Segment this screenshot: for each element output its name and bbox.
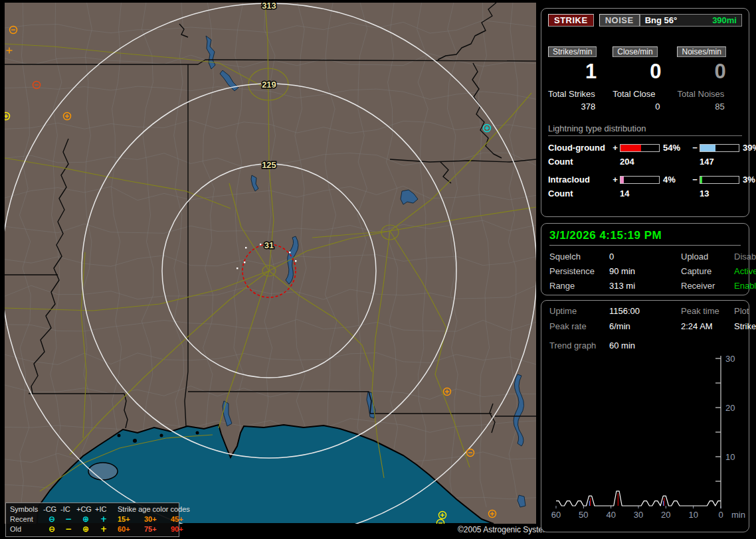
total-close-value: 0 [613,102,677,112]
peakrate-value: 6/min [609,321,681,331]
close-counter: Close/min 0 Total Close 0 [613,46,677,112]
map-legend: Symbols-CG-IC+CG+ICStrike age color code… [5,502,179,537]
legend-symbol-old: − [60,524,76,534]
svg-text:31: 31 [264,240,274,250]
trend-graph-label: Trend graph [549,341,609,350]
svg-text:50: 50 [579,510,588,520]
legend-symbols-title: Symbols [10,504,43,514]
total-strikes-label: Total Strikes [548,89,613,99]
ic-count-label: Count [548,189,620,198]
noises-per-min-value: 0 [677,60,741,84]
range-value: 313 mi [609,281,681,291]
cg-plus-count: 204 [620,157,700,167]
legend-row-name: Recent [10,514,43,524]
persistence-label: Persistence [549,266,609,276]
peaktime-value: 2:24 AM [681,321,734,331]
ic-plus-pct: 4% [660,175,690,185]
svg-text:60: 60 [551,510,561,520]
svg-text:40: 40 [606,510,615,520]
legend-age-code: 60+ [118,524,144,534]
strikes-per-min-value: 1 [548,60,613,84]
receiver-state: Enabled [734,281,756,291]
plus-sign: + [611,143,620,153]
distribution-title: Lightning type distribution [548,123,742,136]
close-per-min-chip[interactable]: Close/min [613,46,657,57]
svg-text:10: 10 [688,510,698,520]
legend-col-header: +CG [76,504,95,514]
total-noises-value: 85 [677,102,741,112]
cg-minus-bar [700,144,739,152]
lightning-distribution: Lightning type distribution Cloud-ground… [548,123,742,198]
legend-symbol-old: + [95,524,112,534]
legend-symbol-recent: ⊖ [43,514,60,524]
legend-age-code: 75+ [144,524,171,534]
app-window: 31321912531 Symbols-CG-IC+CG+ICStrike ag… [0,0,756,539]
cg-plus-pct: 54% [660,143,690,153]
legend-age-title: Strike age color codes [118,504,197,514]
cloud-ground-label: Cloud-ground [548,143,611,153]
capture-label: Capture [681,266,734,276]
status-panel: 3/1/2026 4:15:19 PM Squelch 0 Upload Dis… [541,223,749,295]
cg-plus-bar [620,144,660,152]
total-strikes-value: 378 [548,102,613,112]
strikes-counter: Strikes/min 1 Total Strikes 378 [548,46,613,112]
legend-age-code: 30+ [144,514,171,524]
trend-graph: 1020306050403020100min [549,353,749,520]
uptime-value: 1156:00 [609,306,681,316]
receiver-label: Receiver [681,281,734,291]
intracloud-label: Intracloud [548,175,611,185]
close-per-min-value: 0 [613,60,677,84]
legend-symbol-recent: − [60,514,76,524]
svg-text:125: 125 [262,160,276,170]
upload-state: Disabled [734,252,756,262]
peaktime-label: Peak time [681,306,734,316]
legend-age-code: 90+ [171,524,197,534]
bearing-readout: Bng 56° 390mi [640,14,742,27]
svg-text:313: 313 [262,3,276,11]
legend-age-code: 45+ [171,514,197,524]
total-close-label: Total Close [613,89,677,99]
legend-col-header: -CG [43,504,60,514]
squelch-label: Squelch [549,252,609,262]
ic-plus-count: 14 [620,189,700,198]
svg-text:30: 30 [634,510,643,520]
noises-per-min-chip[interactable]: Noises/min [677,46,725,57]
plot-mode-value: Strike [734,321,756,331]
legend-age-code: 15+ [118,514,144,524]
total-noises-label: Total Noises [677,89,741,99]
strike-mode-button[interactable]: STRIKE [548,14,594,27]
capture-state: Active [734,266,756,276]
squelch-value: 0 [609,252,681,262]
cg-minus-count: 147 [700,157,742,167]
legend-row-name: Old [10,524,43,534]
plus-sign: + [611,175,620,185]
trend-window-value: 60 min [609,341,741,350]
svg-text:219: 219 [262,80,276,90]
strikes-per-min-chip[interactable]: Strikes/min [548,46,597,57]
datetime: 3/1/2026 4:15:19 PM [549,229,741,246]
peakrate-label: Peak rate [549,321,609,331]
svg-text:20: 20 [725,403,735,413]
cg-count-label: Count [548,157,620,167]
bearing-value: Bng 56° [645,15,678,25]
svg-text:30: 30 [725,354,735,364]
ic-plus-bar [620,176,660,184]
upload-label: Upload [681,252,734,262]
svg-text:0: 0 [718,510,723,520]
legend-col-header: +IC [95,504,112,514]
legend-col-header: -IC [60,504,76,514]
legend-symbol-old: ⊕ [76,524,95,534]
legend-symbol-old: ⊖ [43,524,60,534]
map-canvas[interactable]: 31321912531 [5,3,536,524]
minus-sign: − [690,175,700,185]
persistence-value: 90 min [609,266,681,276]
svg-text:10: 10 [725,452,735,462]
bearing-range-value: 390mi [712,15,737,25]
svg-text:20: 20 [661,510,670,520]
range-label: Range [549,281,609,291]
counters-panel: STRIKE NOISE Bng 56° 390mi Strikes/min 1… [541,8,749,217]
noise-mode-button[interactable]: NOISE [599,14,640,27]
legend-symbol-recent: + [95,514,112,524]
map-svg: 31321912531 [5,3,536,524]
ic-minus-count: 13 [700,189,742,198]
